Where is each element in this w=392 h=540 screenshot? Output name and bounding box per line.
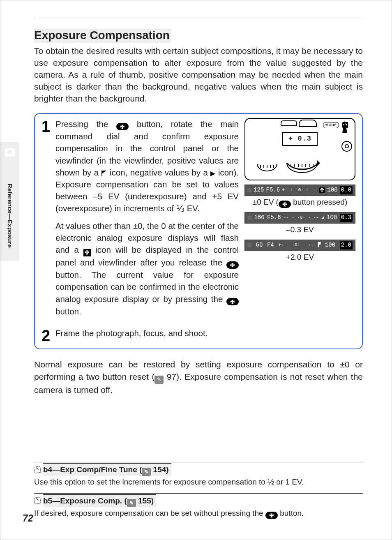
- step-2: 2 Frame the photograph, focus, and shoot…: [42, 327, 355, 344]
- vf0-cap-b: button pressed): [291, 198, 347, 206]
- arrow-up-icon: [342, 120, 347, 133]
- page-ref-icon: ✎: [154, 376, 164, 384]
- note2-title-a: b5—Exposure Comp. (: [43, 496, 127, 505]
- vf2-aperture: F4: [267, 241, 274, 249]
- normal-ref: 97: [164, 372, 176, 381]
- vf0-cap-a: ±0 EV (: [253, 198, 279, 206]
- vf0-iso: 100: [327, 186, 337, 194]
- camera-icon: [5, 148, 15, 157]
- exposure-comp-button-icon: ⧾: [226, 298, 239, 305]
- vf1-iso: 100: [327, 214, 337, 222]
- mode-label: MODE: [323, 122, 339, 128]
- note1-title-a: b4—Exp Comp/Fine Tune (: [43, 465, 142, 474]
- top-rule: [34, 17, 363, 17]
- note2-body-a: If desired, exposure compensation can be…: [34, 509, 265, 517]
- vf0-ev: 0.0: [340, 186, 353, 194]
- vf2-scale: +· · ·0· · ·–: [278, 242, 314, 249]
- vf2-shutter: 60: [256, 241, 263, 249]
- viewfinder-strip-0: 125 F5.6 +· · ·0· · ·– ⧾ 100 0.0: [244, 185, 355, 196]
- rotate-arrow-icon: [285, 160, 320, 175]
- pencil-icon: [34, 497, 42, 505]
- page-ref-icon: ✎: [127, 499, 136, 507]
- vf1-aperture: F5.6: [267, 214, 281, 222]
- note1-body: Use this option to set the increments fo…: [34, 477, 363, 487]
- step1-text: Pressing the ⧾ button, rotate the main c…: [55, 118, 239, 323]
- vf0-scale: +· · ·0· · ·–: [282, 187, 317, 194]
- exposure-comp-indicator-icon: ⧾: [83, 249, 91, 256]
- positive-flag-icon: [101, 171, 107, 176]
- pencil-icon: [34, 466, 42, 473]
- camera-top-diagram: MODE ⧾ + 0.3: [244, 118, 355, 180]
- vf2-iso: 100: [325, 241, 335, 249]
- exposure-comp-button-icon: ⧾: [226, 261, 239, 269]
- svg-marker-0: [317, 160, 320, 166]
- step1-p2c: button. The current value for exposure c…: [55, 270, 239, 303]
- step-1: 1 Pressing the ⧾ button, rotate the main…: [42, 118, 355, 323]
- note2-body-b: button.: [278, 509, 304, 517]
- step-number: 1: [42, 119, 55, 134]
- note-b5: b5—Exposure Comp. (✎ 155) If desired, ex…: [34, 493, 363, 519]
- step2-text: Frame the photograph, focus, and shoot.: [55, 327, 355, 339]
- step1-p2d: button.: [55, 307, 81, 316]
- vf0-shutter: 125: [254, 186, 264, 194]
- shutter-ring-icon: [341, 141, 352, 152]
- page-ref-icon: ✎: [142, 468, 151, 476]
- step1-figure: MODE ⧾ + 0.3: [244, 118, 355, 323]
- exposure-comp-button-icon: ⧾: [116, 123, 129, 130]
- exposure-comp-button-icon: ⧾: [265, 512, 278, 519]
- note1-title-ref: 154): [151, 465, 168, 474]
- vf1-scale: +· · ·0· · ·–: [284, 215, 319, 221]
- section-title: Exposure Compensation: [34, 29, 171, 43]
- vf1-caption: –0.3 EV: [244, 224, 355, 235]
- note-b4: b4—Exp Comp/Fine Tune (✎ 154) Use this o…: [34, 462, 363, 487]
- note2-title-ref: 155): [136, 496, 154, 505]
- side-tab: Reference—Exposure: [0, 142, 19, 261]
- notes-section: b4—Exp Comp/Fine Tune (✎ 154) Use this o…: [34, 462, 363, 519]
- vf1-shutter: 160: [254, 214, 264, 222]
- note2-body: If desired, exposure compensation can be…: [34, 508, 363, 519]
- steps-box: 1 Pressing the ⧾ button, rotate the main…: [34, 113, 363, 349]
- sub-dial-icon: [257, 164, 277, 171]
- negative-flag-icon: [210, 171, 215, 176]
- content-area: Exposure Compensation To obtain the desi…: [34, 17, 363, 396]
- viewfinder-strip-2: 60 F4 +· · ·0· · ·– ▛ 100 2.0: [244, 240, 355, 251]
- vf1-ev: 0.3: [340, 214, 353, 222]
- vf0-aperture: F5.6: [266, 186, 280, 194]
- intro-paragraph: To obtain the desired results with certa…: [34, 45, 363, 105]
- step-number: 2: [42, 328, 55, 344]
- page-number: 72: [23, 513, 33, 524]
- step1-p1c: icon, negative values by a: [110, 168, 210, 177]
- vf0-caption: ±0 EV (⧾ button pressed): [244, 197, 355, 208]
- viewfinder-strip-1: 160 F5.6 +· · ·0· · ·– ◢ 100 0.3: [244, 212, 355, 224]
- vf2-caption: +2.0 EV: [244, 252, 355, 263]
- restore-paragraph: Normal exposure can be restored by setti…: [34, 358, 363, 396]
- side-tab-label: Reference—Exposure: [7, 184, 14, 248]
- vf2-ev: 2.0: [340, 241, 353, 249]
- lcd-readout: + 0.3: [282, 132, 318, 146]
- step1-p1a: Pressing the: [55, 119, 116, 129]
- document-page: Reference—Exposure Exposure Compensation…: [0, 0, 392, 540]
- exposure-comp-button-icon: ⧾: [279, 201, 291, 208]
